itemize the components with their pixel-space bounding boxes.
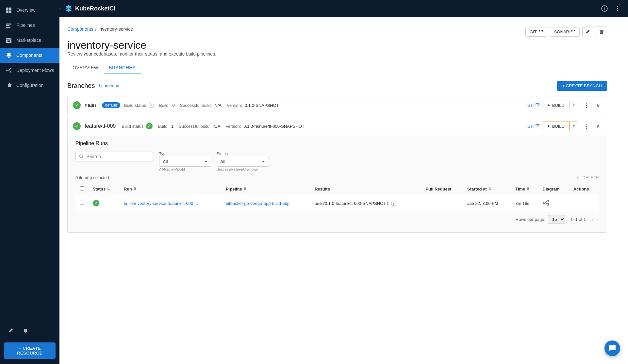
sort-icon-run: ⇅	[133, 187, 136, 191]
row-run-cell: build-inventory-service-feature-tt-000-.…	[120, 195, 222, 212]
topbar: KubeRocketCI i	[59, 0, 628, 17]
next-page-button[interactable]: ›	[596, 215, 599, 223]
branch-card-feature: ✓ feature/tt-000 Build status ✓ Build: 1…	[67, 117, 607, 233]
th-checkbox	[76, 183, 89, 195]
build-dropdown-main[interactable]	[570, 101, 578, 110]
row-pr-cell	[421, 195, 463, 212]
expand-btn-feature[interactable]: ∧	[595, 121, 602, 131]
row-run-link[interactable]: build-inventory-service-feature-tt-000-.…	[124, 201, 198, 206]
prev-page-button[interactable]: ‹	[591, 215, 594, 223]
build-button-main[interactable]: BUILD	[542, 101, 570, 110]
svg-point-9	[10, 71, 11, 73]
row-more-button[interactable]: ⋮	[573, 198, 585, 208]
branch-git-link-main[interactable]: GIT	[527, 103, 539, 108]
table-body: ✓ build-inventory-service-feature-tt-000…	[76, 195, 599, 212]
sonar-button[interactable]: SONAR	[550, 27, 580, 37]
pagination: Rows per page: 15 25 50 1–1 of 1 ‹ ›	[75, 212, 599, 227]
logo-icon	[65, 5, 73, 12]
svg-rect-4	[6, 24, 11, 25]
type-filter-value: All	[163, 159, 201, 164]
create-branch-button[interactable]: + CREATE BRANCH	[557, 81, 607, 91]
build-btn-group-main: BUILD	[542, 101, 578, 110]
sidebar-item-components-label: Components	[16, 53, 42, 58]
sort-time[interactable]: Time ⇅	[515, 187, 535, 191]
settings-tool-btn[interactable]	[20, 325, 30, 336]
sort-status[interactable]: Status ⇅	[93, 187, 116, 191]
more-options-button[interactable]	[612, 3, 623, 14]
flows-icon	[5, 67, 12, 74]
pipeline-icon	[5, 22, 12, 29]
sidebar-item-deployment-flows[interactable]: Deployment Flows	[0, 63, 59, 78]
topbar-actions: i	[599, 3, 623, 14]
git-label: GIT	[530, 29, 537, 34]
branch-card-main: ✓ main default Build status ? Build: 0 S…	[67, 96, 607, 114]
status-filter-select[interactable]: All	[217, 157, 269, 167]
breadcrumb: Components / inventory-service	[67, 26, 133, 32]
branch-git-link-feature[interactable]: GIT	[527, 124, 539, 129]
delete-button[interactable]: DELETE	[576, 175, 599, 180]
row-actions-cell: ⋮	[570, 195, 599, 212]
sort-icon-pipeline: ⇅	[243, 187, 246, 191]
svg-point-7	[6, 70, 8, 71]
chevron-down-icon	[572, 104, 575, 107]
sidebar-item-marketplace[interactable]: Marketplace	[0, 33, 59, 48]
search-input[interactable]	[86, 154, 150, 159]
select-all-checkbox[interactable]	[80, 186, 84, 190]
pipeline-runs-table: Status ⇅ Run ⇅	[75, 183, 599, 212]
sidebar-item-overview[interactable]: Overview	[0, 3, 59, 18]
edit-tool-btn[interactable]	[5, 325, 16, 336]
more-menu-main[interactable]: ⋮	[581, 100, 592, 110]
status-filter-group: Status All Success/Failure/Unknown	[217, 152, 269, 171]
breadcrumb-components-link[interactable]: Components	[67, 26, 93, 32]
rows-per-page: Rows per page: 15 25 50	[516, 215, 565, 224]
result-info-icon[interactable]: i	[391, 201, 396, 206]
branches-section-header: Branches Learn more. + CREATE BRANCH	[67, 81, 607, 91]
edit-page-button[interactable]	[582, 26, 593, 37]
table-row: ✓ build-inventory-service-feature-tt-000…	[76, 195, 599, 212]
sort-started-at[interactable]: Started at ⇅	[467, 187, 507, 191]
svg-marker-16	[548, 125, 550, 127]
diagram-icon[interactable]	[543, 201, 549, 207]
app-name: KubeRocketCI	[75, 5, 115, 12]
sidebar-item-configuration[interactable]: Configuration	[0, 78, 59, 93]
sort-run[interactable]: Run ⇅	[124, 187, 218, 191]
svg-rect-6	[6, 27, 10, 28]
type-filter-select[interactable]: All	[159, 157, 211, 167]
table-header: Status ⇅ Run ⇅	[76, 183, 599, 195]
tab-branches[interactable]: BRANCHES	[104, 62, 141, 74]
store-icon	[5, 37, 12, 44]
more-menu-feature[interactable]: ⋮	[581, 121, 592, 131]
sidebar-item-configuration-label: Configuration	[16, 83, 43, 88]
selected-count: 0 item(s) selected	[75, 175, 109, 180]
sort-pipeline[interactable]: Pipeline ⇅	[226, 187, 307, 191]
sidebar-toggle[interactable]: ‹	[56, 5, 64, 13]
th-results: Results	[311, 183, 422, 195]
svg-point-8	[10, 68, 11, 69]
learn-more-link[interactable]: Learn more.	[99, 83, 122, 88]
more-vertical-icon	[614, 5, 621, 12]
search-field[interactable]	[75, 152, 154, 161]
svg-rect-5	[6, 25, 9, 26]
row-checkbox[interactable]	[80, 201, 84, 205]
delete-page-button[interactable]	[596, 26, 607, 37]
branch-status-icon-feature: ✓	[73, 122, 81, 130]
git-button[interactable]: GIT	[525, 27, 547, 37]
create-resource-button[interactable]: + CREATE RESOURCE	[4, 342, 56, 359]
svg-line-18	[82, 157, 83, 158]
build-status-info-icon[interactable]: ?	[149, 103, 154, 108]
table-toolbar: 0 item(s) selected DELETE	[75, 175, 599, 180]
th-pull-request: Pull Request	[421, 183, 463, 195]
info-button[interactable]: i	[599, 3, 610, 14]
chat-fab-button[interactable]	[604, 340, 620, 356]
type-filter-label: Type	[159, 152, 211, 156]
build-dropdown-feature[interactable]	[570, 122, 578, 131]
expand-btn-main[interactable]: ∨	[595, 100, 602, 110]
sidebar-item-pipelines[interactable]: Pipelines	[0, 18, 59, 33]
tab-overview[interactable]: OVERVIEW	[67, 62, 104, 74]
th-diagram: Diagram	[539, 183, 570, 195]
row-pipeline-link[interactable]: bitbucket-go-beego-app-build-edp	[226, 201, 289, 206]
sidebar-item-components[interactable]: Components	[0, 48, 59, 63]
page-title: inventory-service	[67, 39, 607, 51]
rows-per-page-select[interactable]: 15 25 50	[548, 215, 565, 224]
build-button-feature[interactable]: BUILD	[542, 122, 570, 131]
